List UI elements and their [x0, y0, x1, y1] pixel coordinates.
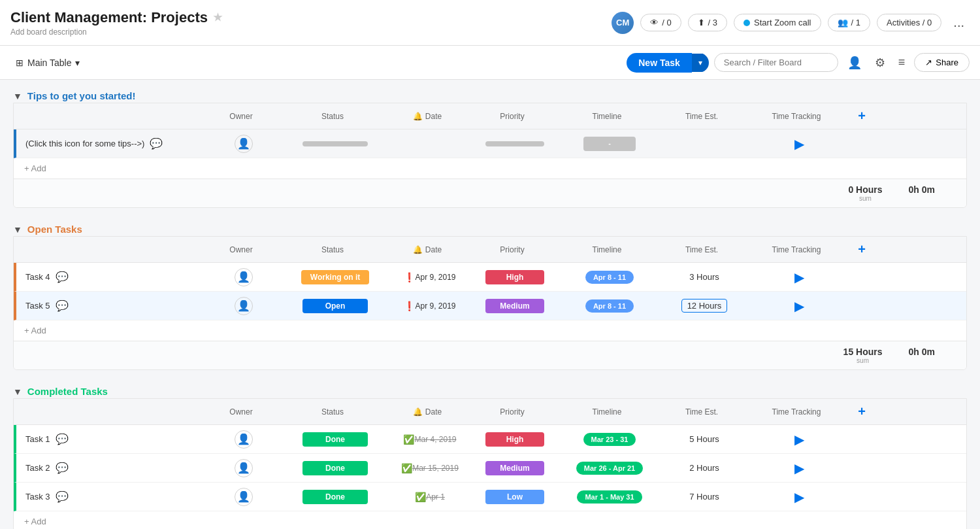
updates-button[interactable]: ⬆ / 3 — [688, 14, 727, 31]
add-row-open[interactable]: + Add — [14, 320, 966, 341]
th-timeline-tips: Timeline — [555, 103, 659, 129]
td-priority-task1[interactable]: High — [472, 428, 557, 451]
status-badge-1[interactable]: Done — [302, 432, 368, 447]
search-input[interactable] — [714, 53, 838, 72]
td-date-task5: ❗ Apr 9, 2019 — [387, 297, 472, 315]
td-timeest-task3: 7 Hours — [662, 488, 747, 505]
new-task-button[interactable]: New Task ▾ — [627, 53, 709, 73]
td-timetrack-task4: ▶ — [747, 265, 851, 289]
play-button-5[interactable]: ▶ — [794, 298, 804, 314]
priority-badge[interactable] — [485, 141, 544, 146]
priority-badge-4[interactable]: High — [485, 270, 544, 284]
play-button[interactable]: ▶ — [794, 136, 804, 152]
status-badge-5[interactable]: Open — [302, 299, 368, 313]
comment-icon-1[interactable]: 💬 — [56, 433, 69, 445]
timeline-badge: - — [583, 137, 636, 151]
comment-icon-4[interactable]: 💬 — [56, 271, 69, 283]
play-button-1[interactable]: ▶ — [794, 432, 804, 447]
priority-badge-3[interactable]: Low — [485, 490, 544, 504]
filter-icon-button[interactable]: ≡ — [894, 53, 909, 72]
td-priority-task2[interactable]: Medium — [472, 457, 557, 479]
owner-avatar-3: 👤 — [235, 488, 253, 506]
status-badge-4[interactable]: Working on it — [301, 270, 369, 284]
td-status-task1[interactable]: Done — [283, 428, 387, 451]
th-addcol-open: + — [849, 237, 875, 262]
alert-icon-5: ❗ — [404, 301, 415, 311]
header-right: CM 👁 / 0 ⬆ / 3 Start Zoom call 👥 / 1 Act… — [612, 12, 970, 34]
th-priority-tips: Priority — [470, 103, 555, 129]
td-date-task2: ✅ Mar 15, 2019 — [387, 459, 472, 477]
td-priority-task3[interactable]: Low — [472, 486, 557, 508]
td-timetrack-task1: ▶ — [747, 428, 851, 451]
group-tips-header: ▼ Tips to get you started! — [13, 90, 967, 101]
th-timeest-completed: Time Est. — [659, 399, 744, 424]
zoom-label: Start Zoom call — [754, 18, 811, 27]
header-left: Client Management: Projects ★ Add board … — [10, 9, 222, 37]
share-button[interactable]: ↗ Share — [914, 53, 970, 72]
td-priority-task4[interactable]: High — [472, 266, 557, 288]
td-timetrack-task3: ▶ — [747, 485, 851, 509]
bell-icon-completed: 🔔 — [413, 407, 423, 417]
th-name-tips — [19, 103, 202, 129]
star-icon[interactable]: ★ — [213, 11, 222, 24]
th-timeest-tips: Time Est. — [659, 103, 744, 129]
toolbar-right: New Task ▾ 👤 ⚙ ≡ ↗ Share — [627, 53, 970, 73]
comment-icon-2[interactable]: 💬 — [56, 462, 69, 474]
add-row-completed[interactable]: + Add — [14, 511, 966, 529]
activities-label: Activities / 0 — [887, 18, 932, 27]
user-icon-button[interactable]: 👤 — [843, 53, 866, 73]
play-button-4[interactable]: ▶ — [794, 269, 804, 285]
td-status-task2[interactable]: Done — [283, 457, 387, 479]
sum-timetrack-open: 0h 0m — [909, 347, 935, 364]
play-button-3[interactable]: ▶ — [794, 489, 804, 505]
td-priority[interactable] — [472, 137, 557, 150]
priority-badge-2[interactable]: Medium — [485, 461, 544, 475]
new-task-caret[interactable]: ▾ — [692, 54, 709, 72]
main-table-button[interactable]: ⊞ Main Table ▾ — [10, 55, 85, 71]
more-button[interactable]: ... — [948, 12, 970, 33]
status-badge-2[interactable]: Done — [302, 461, 368, 475]
add-col-button-tips[interactable]: + — [858, 109, 866, 124]
notify-button[interactable]: 👁 / 0 — [640, 14, 681, 31]
td-date-task1: ✅ Mar 4, 2019 — [387, 430, 472, 449]
people-button[interactable]: 👥 / 1 — [828, 14, 870, 31]
sum-row-open: 15 Hours sum 0h 0m — [14, 341, 966, 369]
comment-icon[interactable]: 💬 — [150, 137, 163, 150]
sum-timeest-open: 15 Hours sum — [843, 347, 883, 364]
td-status-task4[interactable]: Working on it — [283, 266, 387, 288]
td-status-task3[interactable]: Done — [283, 486, 387, 508]
activities-button[interactable]: Activities / 0 — [877, 14, 941, 31]
timeline-badge-3: Mar 1 - May 31 — [577, 490, 642, 503]
priority-badge-1[interactable]: High — [485, 432, 544, 447]
table-row: Task 1 💬 👤 Done ✅ Mar 4, 2019 High — [14, 425, 966, 454]
toolbar: ⊞ Main Table ▾ New Task ▾ 👤 ⚙ ≡ ↗ Share — [0, 46, 980, 80]
th-timeline-open: Timeline — [555, 237, 659, 262]
priority-badge-5[interactable]: Medium — [485, 299, 544, 313]
new-task-main[interactable]: New Task — [627, 53, 692, 73]
timeline-badge-5: Apr 8 - 11 — [585, 299, 634, 313]
td-status[interactable] — [283, 137, 387, 150]
group-tips-toggle[interactable]: ▼ — [13, 91, 22, 101]
play-button-2[interactable]: ▶ — [794, 460, 804, 476]
status-badge-3[interactable]: Done — [302, 490, 368, 504]
td-priority-task5[interactable]: Medium — [472, 295, 557, 317]
sum-label-open: sum — [843, 357, 883, 364]
table-caret-icon: ▾ — [75, 58, 80, 68]
group-completed-toggle[interactable]: ▼ — [13, 386, 22, 397]
add-col-button-completed[interactable]: + — [858, 404, 866, 419]
add-col-button-open[interactable]: + — [858, 242, 866, 257]
group-open-toggle[interactable]: ▼ — [13, 224, 22, 235]
td-empty-5 — [851, 302, 877, 310]
zoom-button[interactable]: Start Zoom call — [734, 14, 821, 31]
comment-icon-5[interactable]: 💬 — [56, 299, 69, 312]
updates-count: / 3 — [708, 18, 717, 27]
status-badge[interactable] — [302, 141, 368, 146]
owner-avatar-2: 👤 — [235, 459, 253, 477]
settings-icon-button[interactable]: ⚙ — [871, 53, 889, 73]
td-timeline: - — [557, 133, 662, 155]
add-row-tips[interactable]: + Add — [14, 158, 966, 179]
date-value-1: Mar 4, 2019 — [414, 435, 456, 444]
td-status-task5[interactable]: Open — [283, 295, 387, 317]
board-title-text: Client Management: Projects — [10, 9, 208, 26]
comment-icon-3[interactable]: 💬 — [56, 490, 69, 503]
